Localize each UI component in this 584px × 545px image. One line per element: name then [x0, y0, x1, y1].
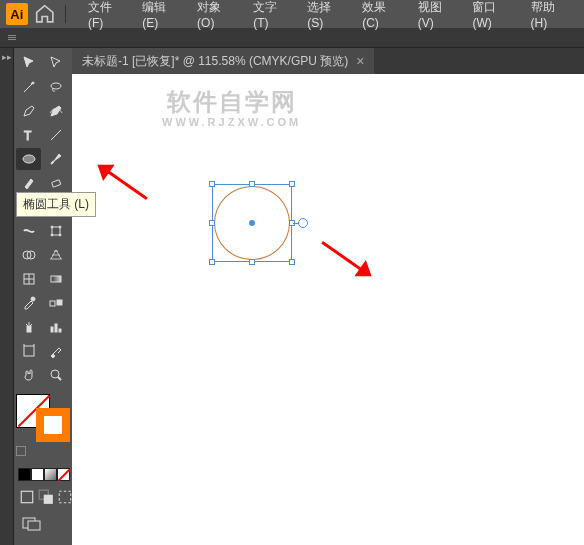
svg-point-11: [51, 234, 53, 236]
tool-tooltip: 椭圆工具 (L): [16, 192, 96, 217]
menu-help[interactable]: 帮助(H): [523, 0, 578, 34]
svg-rect-22: [27, 326, 31, 332]
gradient-tool[interactable]: [43, 268, 68, 290]
panel-grip-icon[interactable]: [8, 35, 16, 40]
menu-view[interactable]: 视图(V): [410, 0, 465, 34]
svg-rect-24: [55, 324, 57, 332]
svg-rect-20: [50, 301, 55, 306]
blend-tool[interactable]: [43, 292, 68, 314]
artboard-tool[interactable]: [16, 340, 41, 362]
svg-rect-5: [51, 180, 60, 187]
default-fill-stroke-icon[interactable]: [16, 446, 26, 456]
menu-select[interactable]: 选择(S): [299, 0, 354, 34]
curvature-tool[interactable]: [43, 100, 68, 122]
ellipse-tool[interactable]: [16, 148, 41, 170]
svg-point-12: [59, 234, 61, 236]
free-transform-tool[interactable]: [43, 220, 68, 242]
center-point-icon: [249, 220, 255, 226]
svg-rect-25: [59, 329, 61, 332]
swatch-none[interactable]: [57, 468, 70, 481]
magic-wand-tool[interactable]: [16, 76, 41, 98]
perspective-grid-tool[interactable]: [43, 244, 68, 266]
toolbox: T: [14, 48, 72, 545]
close-icon[interactable]: ×: [356, 53, 364, 69]
watermark-url: WWW.RJZXW.COM: [162, 116, 301, 128]
color-palette: [16, 468, 70, 481]
screen-mode-button[interactable]: [16, 517, 42, 534]
menu-bar: Ai 文件(F) 编辑(E) 对象(O) 文字(T) 选择(S) 效果(C) 视…: [0, 0, 584, 28]
draw-behind-icon[interactable]: [38, 489, 54, 505]
eraser-tool[interactable]: [43, 172, 68, 194]
hand-tool[interactable]: [16, 364, 41, 386]
menu-window[interactable]: 窗口(W): [464, 0, 522, 34]
fill-stroke-swatch[interactable]: [16, 394, 70, 442]
svg-rect-31: [21, 491, 32, 502]
mesh-tool[interactable]: [16, 268, 41, 290]
menu-effect[interactable]: 效果(C): [354, 0, 409, 34]
type-tool[interactable]: T: [16, 124, 41, 146]
svg-rect-8: [52, 227, 60, 235]
menu-object[interactable]: 对象(O): [189, 0, 245, 34]
svg-rect-23: [51, 327, 53, 332]
ai-logo-icon: Ai: [6, 3, 28, 25]
pen-tool[interactable]: [16, 100, 41, 122]
svg-rect-36: [28, 521, 40, 530]
paintbrush-tool[interactable]: [43, 148, 68, 170]
column-graph-tool[interactable]: [43, 316, 68, 338]
watermark: 软件自学网 WWW.RJZXW.COM: [162, 86, 301, 128]
eyedropper-tool[interactable]: [16, 292, 41, 314]
svg-point-0: [32, 82, 34, 84]
handle-b[interactable]: [249, 259, 255, 265]
annotation-arrow-1: [92, 157, 153, 208]
handle-bl[interactable]: [209, 259, 215, 265]
svg-point-9: [51, 226, 53, 228]
handle-l[interactable]: [209, 220, 215, 226]
document-tabs: 未标题-1 [已恢复]* @ 115.58% (CMYK/GPU 预览) ×: [72, 48, 584, 74]
line-tool[interactable]: [43, 124, 68, 146]
shape-builder-tool[interactable]: [16, 244, 41, 266]
tool-rail: ▸▸: [0, 48, 14, 545]
document-area: 未标题-1 [已恢复]* @ 115.58% (CMYK/GPU 预览) × 软…: [72, 48, 584, 545]
svg-point-19: [31, 297, 35, 301]
swatch-black[interactable]: [18, 468, 31, 481]
swatch-white[interactable]: [31, 468, 44, 481]
pie-widget-icon[interactable]: [298, 218, 308, 228]
stroke-swatch-icon[interactable]: [36, 408, 70, 442]
direct-selection-tool[interactable]: [43, 52, 68, 74]
separator: [65, 5, 66, 23]
svg-rect-21: [57, 300, 62, 305]
menu-file[interactable]: 文件(F): [80, 0, 134, 34]
tab-title: 未标题-1 [已恢复]* @ 115.58% (CMYK/GPU 预览): [82, 53, 348, 70]
expand-arrow-icon[interactable]: ▸▸: [2, 52, 12, 62]
screen-modes: [16, 489, 73, 505]
handle-br[interactable]: [289, 259, 295, 265]
canvas[interactable]: 软件自学网 WWW.RJZXW.COM: [72, 74, 584, 545]
svg-rect-18: [51, 276, 61, 282]
selection-tool[interactable]: [16, 52, 41, 74]
slice-tool[interactable]: [43, 340, 68, 362]
main-menu: 文件(F) 编辑(E) 对象(O) 文字(T) 选择(S) 效果(C) 视图(V…: [80, 0, 578, 34]
watermark-title: 软件自学网: [162, 86, 301, 118]
draw-normal-icon[interactable]: [19, 489, 35, 505]
zoom-tool[interactable]: [43, 364, 68, 386]
handle-t[interactable]: [249, 181, 255, 187]
lasso-tool[interactable]: [43, 76, 68, 98]
symbol-sprayer-tool[interactable]: [16, 316, 41, 338]
annotation-arrow-2: [317, 234, 378, 285]
svg-point-4: [23, 155, 35, 163]
svg-point-10: [59, 226, 61, 228]
selected-ellipse[interactable]: [212, 184, 292, 262]
menu-edit[interactable]: 编辑(E): [134, 0, 189, 34]
width-tool[interactable]: [16, 220, 41, 242]
menu-type[interactable]: 文字(T): [245, 0, 299, 34]
home-icon[interactable]: [34, 3, 56, 25]
swatch-gradient[interactable]: [44, 468, 57, 481]
handle-tr[interactable]: [289, 181, 295, 187]
draw-inside-icon[interactable]: [57, 489, 73, 505]
handle-tl[interactable]: [209, 181, 215, 187]
svg-rect-34: [59, 491, 70, 502]
svg-line-30: [58, 377, 61, 380]
document-tab[interactable]: 未标题-1 [已恢复]* @ 115.58% (CMYK/GPU 预览) ×: [72, 48, 374, 74]
shaper-tool[interactable]: [16, 172, 41, 194]
svg-rect-26: [24, 346, 34, 356]
